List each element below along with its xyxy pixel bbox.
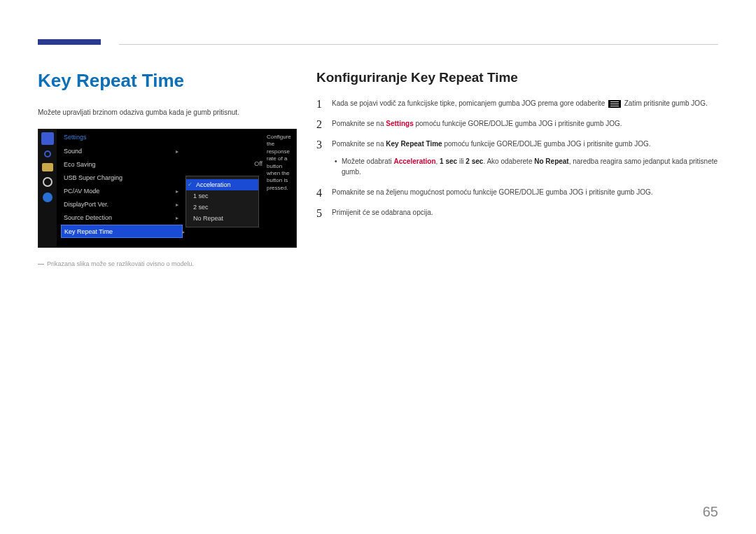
step-number: 2 <box>316 116 322 133</box>
bullet-item: Možete odabrati Acceleration, 1 sec ili … <box>332 156 718 177</box>
osd-screenshot: Settings Sound Eco Saving USB Super Char… <box>38 129 297 248</box>
osd-item: DisplayPort Ver. <box>64 198 176 211</box>
step-text: Kada se pojavi vodič za funkcijske tipke… <box>332 99 607 107</box>
osd-item: Sound <box>64 145 176 158</box>
osd-item: PC/AV Mode <box>64 185 176 198</box>
page-content: Key Repeat Time Možete upravljati brzino… <box>38 70 718 499</box>
menu-icon <box>608 100 621 108</box>
info-icon <box>43 192 52 202</box>
column-right: Konfiguriranje Key Repeat Time 1 Kada se… <box>316 70 718 218</box>
osd-option: 2 sec <box>186 202 258 213</box>
osd-description: Configure the response rate of a button … <box>267 134 293 192</box>
step-2: 2 Pomaknite se na Settings pomoću funkci… <box>316 118 718 129</box>
osd-main-panel: Settings Sound Eco Saving USB Super Char… <box>57 129 183 247</box>
step-text: Primijenit će se odabrana opcija. <box>332 209 433 216</box>
step-5: 5 Primijenit će se odabrana opcija. <box>316 207 718 218</box>
list-icon <box>42 163 53 171</box>
step-text: Pomaknite se na <box>332 120 386 127</box>
step-text: Zatim pritisnite gumb JOG. <box>622 99 708 107</box>
step-number: 1 <box>316 96 322 113</box>
feature-title: Key Repeat Time <box>38 70 304 92</box>
steps-list: 1 Kada se pojavi vodič za funkcijske tip… <box>316 98 718 218</box>
step-text: pomoću funkcije GORE/DOLJE gumba JOG i p… <box>442 140 651 148</box>
step-bullet-list: Možete odabrati Acceleration, 1 sec ili … <box>332 156 718 177</box>
osd-eco-value: Off <box>254 160 262 167</box>
intro-text: Možete upravljati brzinom odaziva gumba … <box>38 108 304 116</box>
osd-item-selected: Key Repeat Time <box>61 225 183 238</box>
step-text: pomoću funkcije GORE/DOLJE gumba JOG i p… <box>414 120 622 127</box>
bullet-text: Možete odabrati <box>342 157 394 165</box>
highlight-norepeat: No Repeat <box>534 157 568 165</box>
step-1: 1 Kada se pojavi vodič za funkcijske tip… <box>316 98 718 108</box>
disclaimer: ―Prikazana slika može se razlikovati ovi… <box>38 260 304 267</box>
gear-icon <box>43 177 52 187</box>
step-number: 5 <box>316 205 322 222</box>
step-text: Pomaknite se na <box>332 140 386 148</box>
picture-icon <box>44 150 51 157</box>
column-left: Key Repeat Time Možete upravljati brzino… <box>38 70 304 267</box>
osd-popup: Acceleration 1 sec 2 sec No Repeat <box>186 176 259 227</box>
osd-option: 1 sec <box>186 190 258 202</box>
osd-item: USB Super Charging <box>64 171 176 185</box>
osd-item: Source Detection <box>64 211 176 225</box>
osd-option-selected: Acceleration <box>186 179 258 190</box>
step-4: 4 Pomaknite se na željenu mogućnost pomo… <box>316 187 718 197</box>
step-3: 3 Pomaknite se na Key Repeat Time pomoću… <box>316 139 718 177</box>
highlight-settings: Settings <box>386 120 413 127</box>
divider-top <box>119 44 718 45</box>
disclaimer-text: Prikazana slika može se razlikovati ovis… <box>47 260 194 267</box>
highlight-1sec: 1 sec <box>440 157 457 165</box>
osd-heading: Settings <box>64 134 176 141</box>
step-number: 4 <box>316 185 322 202</box>
osd-sidebar <box>38 129 57 247</box>
page-number: 65 <box>703 504 718 520</box>
bullet-text: . Ako odaberete <box>483 157 534 165</box>
highlight-acceleration: Acceleration <box>394 157 436 165</box>
highlight-key-repeat: Key Repeat Time <box>386 140 442 148</box>
monitor-icon <box>41 132 54 145</box>
step-text: Pomaknite se na željenu mogućnost pomoću… <box>332 188 653 196</box>
osd-item: Eco Saving <box>64 158 176 171</box>
bullet-text: ili <box>457 157 465 165</box>
accent-bar <box>38 39 101 45</box>
config-title: Konfiguriranje Key Repeat Time <box>316 70 718 85</box>
step-number: 3 <box>316 136 322 153</box>
osd-option: No Repeat <box>186 213 258 224</box>
highlight-2sec: 2 sec <box>465 157 483 165</box>
